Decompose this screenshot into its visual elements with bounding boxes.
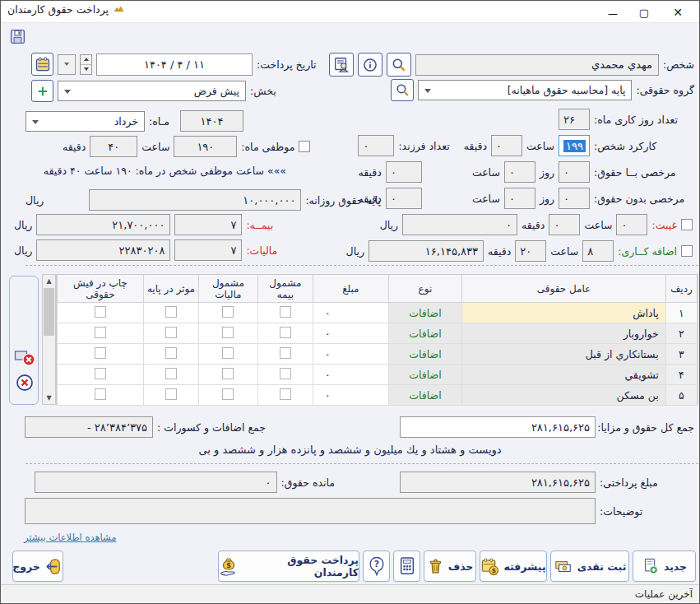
help-button[interactable]: ?	[363, 551, 390, 582]
daily-base-field[interactable]: ۱۰,۰۰۰,۰۰۰	[89, 189, 301, 211]
more-info-link[interactable]: مشاهده اطلاعات بیشتر	[24, 532, 117, 543]
advanced-button[interactable]: پیشرفته $	[480, 551, 547, 582]
person-work-minutes-field[interactable]: ۰	[491, 135, 522, 156]
working-days-field[interactable]: ۲۶	[559, 109, 590, 130]
print-payslip-checkbox[interactable]	[95, 368, 106, 379]
overtime-amount-field[interactable]: ۱۶,۱۴۵,۸۳۳	[369, 240, 484, 262]
salary-group-combo[interactable]: پایه [محاسبه حقوق ماهیانه]	[418, 80, 632, 100]
unpaid-leave-hours-field[interactable]: ۰	[504, 188, 535, 209]
tax-included-checkbox[interactable]	[222, 306, 234, 318]
header-tax-included[interactable]: مشمول مالیات	[199, 275, 257, 303]
header-print-payslip[interactable]: چاپ در فیش حقوقی	[58, 275, 144, 303]
calculator-button[interactable]	[393, 551, 420, 582]
table-header-row: ردیف عامل حقوقی نوع مبلغ مشمول بیمه مشمو…	[58, 275, 698, 303]
table-row[interactable]: ۳ بستانكاري از قبل اضافات ۰	[58, 344, 698, 365]
minimize-button[interactable]: —	[602, 6, 624, 22]
exit-button[interactable]: خروج	[12, 551, 63, 582]
maximize-button[interactable]: ▢	[633, 4, 655, 21]
insurance-included-checkbox[interactable]	[280, 306, 291, 318]
close-button[interactable]: ✕	[667, 4, 688, 21]
add-department-button[interactable]	[31, 80, 53, 102]
header-amount[interactable]: مبلغ	[313, 275, 389, 303]
absence-minutes-field[interactable]: ۰	[549, 214, 580, 235]
tax-included-checkbox[interactable]	[222, 347, 234, 359]
base-effective-checkbox[interactable]	[165, 347, 177, 359]
print-payslip-checkbox[interactable]	[95, 347, 106, 359]
save-button[interactable]	[9, 28, 26, 45]
days-unit-label: روز	[540, 166, 554, 179]
calendar-picker-button[interactable]	[31, 53, 53, 76]
unpaid-leave-days-field[interactable]: ۰	[559, 188, 590, 209]
base-effective-checkbox[interactable]	[165, 306, 177, 318]
date-spinner[interactable]	[80, 54, 92, 75]
header-insurance-included[interactable]: مشمول بیمه	[257, 275, 313, 303]
person-field[interactable]: مهدي محمدي	[415, 54, 659, 76]
pay-salary-button[interactable]: پرداخت حقوق کارمندان $	[218, 551, 359, 582]
children-count-field[interactable]: ۰	[358, 135, 394, 156]
absence-amount-field[interactable]: ۰	[402, 214, 517, 235]
scroll-down-icon[interactable]: ▼	[43, 392, 55, 404]
header-factor[interactable]: عامل حقوقی	[462, 275, 666, 303]
overtime-checkbox[interactable]	[681, 245, 693, 257]
person-profile-button[interactable]	[329, 53, 354, 77]
scrollbar-thumb[interactable]	[44, 288, 54, 336]
absence-hours-field[interactable]: ۰	[616, 214, 647, 235]
person-info-button[interactable]	[358, 53, 382, 77]
chevron-down-icon	[64, 90, 71, 94]
tax-label: مالیات:	[246, 244, 277, 257]
children-count-label: تعداد فرزند:	[398, 140, 449, 152]
tax-included-checkbox[interactable]	[222, 327, 234, 338]
header-base-effective[interactable]: موثر در پایه	[143, 275, 198, 303]
month-combo[interactable]: خرداد	[25, 111, 145, 132]
duty-month-checkbox[interactable]	[299, 141, 310, 152]
overtime-minutes-field[interactable]: ۲۰	[515, 240, 546, 262]
new-button[interactable]: جدید	[633, 551, 696, 582]
cancel-button-side[interactable]	[15, 373, 35, 393]
duty-month-hours-field[interactable]: ۱۹۰	[174, 136, 237, 157]
remove-row-button[interactable]	[14, 347, 35, 367]
department-combo[interactable]: پیش فرض	[58, 81, 246, 101]
unpaid-leave-minutes-field[interactable]: ۰	[386, 188, 422, 209]
payable-field[interactable]: ۲۸۱,۶۱۵,۶۲۵	[400, 472, 596, 493]
insurance-included-checkbox[interactable]	[280, 388, 291, 400]
table-row[interactable]: ۴ تشويقي اضافات ۰	[58, 365, 698, 385]
print-payslip-checkbox[interactable]	[95, 327, 106, 338]
tax-included-checkbox[interactable]	[222, 388, 234, 400]
year-field[interactable]: ۱۴۰۴	[180, 110, 243, 132]
delete-button[interactable]: حذف	[424, 551, 476, 582]
overtime-hours-field[interactable]: ۸	[582, 240, 614, 262]
insurance-percent-field[interactable]: ۷	[174, 214, 242, 235]
base-effective-checkbox[interactable]	[165, 388, 177, 400]
base-effective-checkbox[interactable]	[165, 368, 177, 379]
print-payslip-checkbox[interactable]	[95, 388, 106, 400]
cash-entry-button[interactable]: ثبت نقدی	[550, 551, 629, 582]
table-scrollbar[interactable]: ▲ ▼	[42, 274, 56, 405]
duty-month-minutes-field[interactable]: ۴۰	[90, 136, 137, 157]
paid-leave-days-field[interactable]: ۰	[559, 161, 590, 183]
header-index[interactable]: ردیف	[665, 275, 697, 303]
person-work-hours-field[interactable]: ۱۹۹	[559, 135, 590, 156]
paid-leave-minutes-field[interactable]: ۰	[386, 161, 422, 183]
tax-included-checkbox[interactable]	[222, 368, 234, 379]
notes-field[interactable]	[25, 498, 596, 524]
print-payslip-checkbox[interactable]	[95, 306, 106, 318]
paid-leave-hours-field[interactable]: ۰	[504, 161, 535, 183]
insurance-amount-field[interactable]: ۲۱,۷۰۰,۰۰۰	[36, 214, 170, 235]
tax-percent-field[interactable]: ۷	[174, 239, 242, 261]
absence-checkbox[interactable]	[681, 219, 693, 230]
table-row[interactable]: ۵ بن مسكن اضافات ۰	[58, 385, 698, 406]
date-dropdown-button[interactable]	[58, 54, 76, 75]
svg-text:?: ?	[373, 559, 378, 569]
salary-group-search-button[interactable]	[391, 79, 414, 101]
insurance-included-checkbox[interactable]	[280, 368, 291, 379]
insurance-included-checkbox[interactable]	[280, 327, 291, 338]
person-search-button[interactable]	[387, 53, 411, 77]
scroll-up-icon[interactable]: ▲	[43, 275, 55, 287]
payment-date-field[interactable]: ۱۴۰۴ / ۴ / ۱۱	[96, 53, 253, 76]
table-row[interactable]: ۲ خواروبار اضافات ۰	[58, 323, 698, 344]
table-row[interactable]: ۱ پاداش اضافات ۰	[58, 303, 698, 323]
base-effective-checkbox[interactable]	[165, 327, 177, 338]
header-type[interactable]: نوع	[388, 275, 462, 303]
tax-amount-field[interactable]: ۲۲۸۳۰۲۰۸	[36, 239, 170, 261]
insurance-included-checkbox[interactable]	[280, 347, 291, 359]
